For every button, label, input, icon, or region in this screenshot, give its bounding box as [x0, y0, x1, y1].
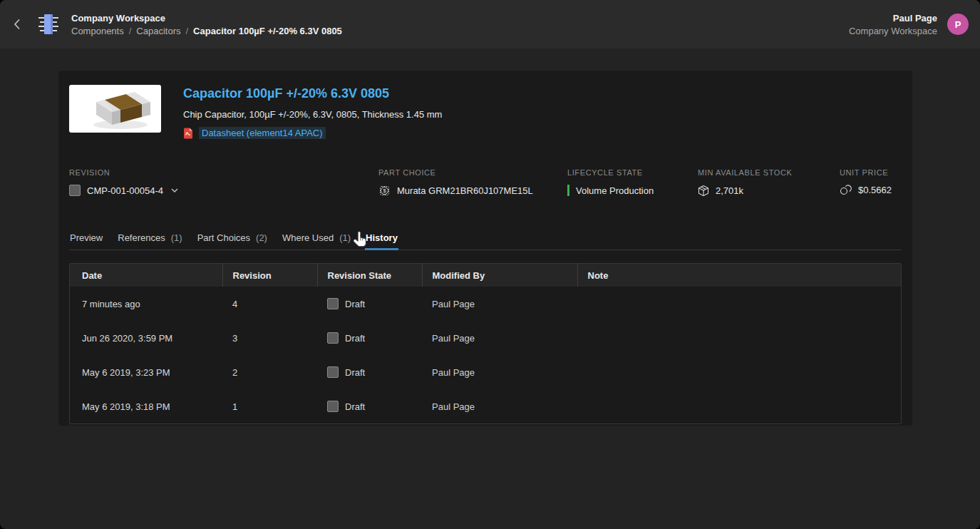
tab-bar: Preview References (1) Part Choices (2) … [69, 232, 902, 250]
price-value: $0.5662 [858, 185, 892, 195]
cell-modified-by: Paul Page [422, 321, 577, 355]
datasheet-link[interactable]: Datasheet (element14 APAC) [199, 127, 326, 139]
lifecycle-block: LIFECYCLE STATE Volume Production [567, 168, 698, 197]
workspace-title: Company Workspace [71, 13, 342, 24]
datasheet-row: Datasheet (element14 APAC) [183, 127, 442, 139]
cell-date: Jun 26 2020, 3:59 PM [70, 321, 222, 355]
user-info: Paul Page Company Workspace [849, 13, 937, 36]
cell-revision: 4 [222, 287, 317, 321]
revision-value: CMP-001-00054-4 [87, 185, 163, 196]
lifecycle-state-bar [567, 185, 569, 196]
tab-label: Where Used [282, 232, 334, 243]
topbar-titles: Company Workspace Components / Capacitor… [71, 13, 342, 36]
tab-count: (1) [171, 232, 182, 243]
capacitor-photo [69, 85, 161, 133]
draft-state-swatch [327, 298, 339, 309]
price-block: UNIT PRICE $0.5662 [840, 168, 892, 197]
cell-note [577, 287, 901, 321]
part-choice-chip-icon: $ [378, 185, 391, 197]
package-box-icon [698, 185, 709, 197]
table-row[interactable]: Jun 26 2020, 3:59 PM 3 Draft Paul Page [70, 321, 901, 355]
table-header-row: Date Revision Revision State Modified By… [70, 264, 901, 287]
column-header-revision: Revision [222, 264, 317, 287]
cell-revision: 2 [222, 355, 317, 389]
component-head-text: Capacitor 100µF +/-20% 6.3V 0805 Chip Ca… [183, 85, 442, 139]
breadcrumb-capacitors[interactable]: Capacitors [136, 26, 180, 36]
chevron-down-icon[interactable] [171, 188, 178, 192]
cell-revision-state: Draft [327, 366, 422, 378]
column-header-note: Note [577, 264, 901, 287]
cell-note [577, 321, 901, 355]
tab-label: References [118, 232, 165, 243]
column-header-date: Date [70, 264, 222, 287]
tab-label: Part Choices [197, 232, 250, 243]
breadcrumb-current: Capacitor 100µF +/-20% 6.3V 0805 [193, 26, 342, 36]
tab-label: History [366, 232, 398, 243]
revision-block: REVISION CMP-001-00054-4 [69, 168, 378, 197]
column-header-modified-by: Modified By [422, 264, 577, 287]
part-choice-block: PART CHOICE $ Murata GRM21BR60J107ME15L [378, 168, 567, 197]
revision-state-swatch [69, 185, 81, 196]
draft-state-swatch [327, 401, 339, 412]
cell-note [577, 355, 901, 389]
tab-count: (2) [256, 232, 267, 243]
user-workspace: Company Workspace [849, 26, 937, 36]
column-header-revision-state: Revision State [317, 264, 422, 287]
cell-date: May 6 2019, 3:23 PM [70, 355, 222, 389]
tab-part-choices[interactable]: Part Choices (2) [197, 232, 268, 250]
topbar-user-area: Paul Page Company Workspace P [849, 13, 969, 36]
component-image [69, 85, 161, 133]
component-header: Capacitor 100µF +/-20% 6.3V 0805 Chip Ca… [69, 85, 902, 139]
revision-selector[interactable]: CMP-001-00054-4 [69, 185, 378, 196]
stock-value: 2,701k [716, 185, 743, 196]
breadcrumb-components[interactable]: Components [71, 26, 124, 36]
cell-revision: 3 [222, 321, 317, 355]
component-card: Capacitor 100µF +/-20% 6.3V 0805 Chip Ca… [58, 71, 912, 426]
components-logo-icon [37, 12, 60, 36]
tab-preview[interactable]: Preview [69, 232, 103, 250]
breadcrumb: Components / Capacitors / Capacitor 100µ… [71, 26, 342, 36]
tab-where-used[interactable]: Where Used (1) [282, 232, 351, 250]
lifecycle-value: Volume Production [576, 185, 654, 196]
component-info-row: REVISION CMP-001-00054-4 PART CHOICE [69, 168, 902, 197]
top-bar: Company Workspace Components / Capacitor… [0, 0, 980, 48]
breadcrumb-separator: / [185, 26, 188, 36]
cell-revision-state: Draft [327, 401, 422, 412]
user-name: Paul Page [893, 13, 937, 24]
lifecycle-label: LIFECYCLE STATE [567, 168, 698, 177]
draft-state-swatch [327, 366, 339, 378]
component-title: Capacitor 100µF +/-20% 6.3V 0805 [183, 87, 442, 100]
cell-revision: 1 [222, 389, 317, 423]
cell-date: 7 minutes ago [70, 287, 222, 321]
cell-revision-state: Draft [327, 298, 422, 309]
tab-history[interactable]: History [365, 232, 398, 250]
tab-count: (1) [339, 232, 351, 243]
cell-revision-state: Draft [327, 332, 422, 344]
pdf-icon [183, 128, 193, 139]
part-choice-label: PART CHOICE [378, 168, 567, 177]
breadcrumb-separator: / [129, 26, 132, 36]
draft-state-swatch [327, 332, 339, 344]
history-table: Date Revision Revision State Modified By… [69, 263, 902, 424]
price-label: UNIT PRICE [840, 168, 892, 177]
cell-modified-by: Paul Page [422, 389, 577, 423]
cell-modified-by: Paul Page [422, 355, 577, 389]
coins-icon [840, 185, 852, 195]
part-choice-value: Murata GRM21BR60J107ME15L [397, 185, 533, 196]
component-description: Chip Capacitor, 100µF +/-20%, 6.3V, 0805… [183, 109, 442, 120]
revision-label: REVISION [69, 168, 378, 177]
table-row[interactable]: May 6 2019, 3:23 PM 2 Draft Paul Page [70, 355, 901, 389]
stock-label: MIN AVAILABLE STOCK [698, 168, 840, 177]
back-button[interactable] [9, 16, 26, 33]
app-window: Company Workspace Components / Capacitor… [0, 0, 980, 529]
cell-note [577, 389, 901, 423]
stock-block: MIN AVAILABLE STOCK 2,701k [698, 168, 840, 197]
cell-modified-by: Paul Page [422, 287, 577, 321]
tab-references[interactable]: References (1) [117, 232, 182, 250]
tab-label: Preview [70, 232, 103, 243]
chevron-left-icon [14, 19, 21, 30]
cell-date: May 6 2019, 3:18 PM [70, 389, 222, 423]
table-row[interactable]: 7 minutes ago 4 Draft Paul Page [70, 287, 901, 321]
table-row[interactable]: May 6 2019, 3:18 PM 1 Draft Paul Page [70, 389, 901, 423]
avatar[interactable]: P [947, 14, 969, 35]
